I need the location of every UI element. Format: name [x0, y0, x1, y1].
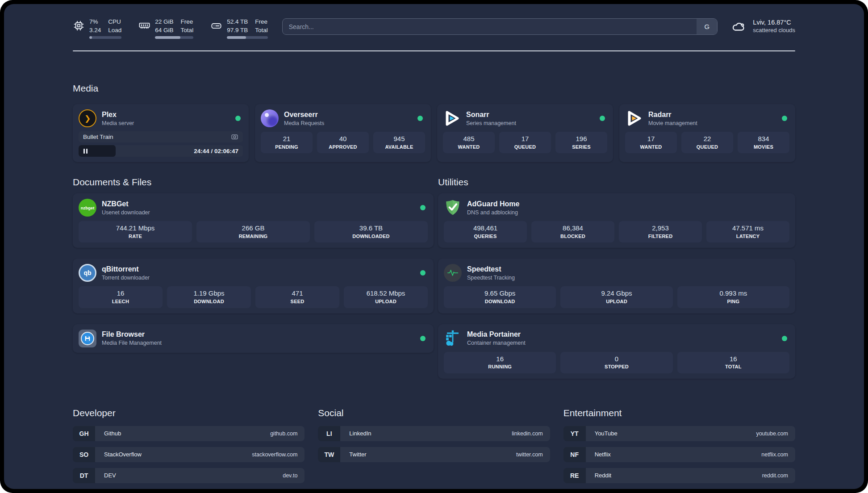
weather-widget: Lviv, 16.87°C scattered clouds — [730, 18, 795, 34]
stat-tiles: 498,461QUERIES86,384BLOCKED2,953FILTERED… — [444, 221, 789, 242]
stat-tiles: 9.65 GbpsDOWNLOAD9.24 GbpsUPLOAD0.993 ms… — [444, 286, 789, 308]
card-overseerr[interactable]: OverseerrMedia Requests21PENDING40APPROV… — [255, 104, 431, 162]
card-header: AdGuard HomeDNS and adblocking — [444, 199, 789, 217]
bookmark-url: dev.to — [283, 472, 297, 479]
stat-labels: FreeTotal — [255, 17, 268, 34]
stat-tile-download: 9.65 GbpsDOWNLOAD — [444, 286, 556, 308]
card-adguard[interactable]: AdGuard HomeDNS and adblocking498,461QUE… — [438, 193, 795, 248]
stat-label: PING — [679, 298, 788, 305]
stat-values: 7%3.24 — [89, 17, 101, 34]
service-title: AdGuard Home — [467, 200, 789, 209]
sonarr-icon — [443, 109, 461, 127]
bookmark-abbr: DT — [73, 468, 95, 483]
stat-tile-movies: 834MOVIES — [738, 132, 789, 153]
bookmark-section-entertainment: EntertainmentYTYouTubeyoutube.comNFNetfl… — [563, 407, 795, 483]
system-stats: 7%3.24CPULoad22 GiB64 GiBFreeTotal52.4 T… — [73, 17, 268, 39]
status-dot-online — [782, 116, 787, 121]
service-subtitle: Movie management — [648, 120, 776, 127]
bookmark-youtube[interactable]: YTYouTubeyoutube.com — [563, 426, 795, 441]
weather-text: Lviv, 16.87°C scattered clouds — [753, 18, 795, 34]
section-title-utilities: Utilities — [438, 176, 795, 188]
cpu-icon — [73, 20, 85, 32]
stat-value: 744.21 Mbps — [80, 224, 190, 233]
bookmark-name: DEV — [104, 472, 116, 479]
card-speedtest[interactable]: SpeedtestSpeedtest Tracking9.65 GbpsDOWN… — [438, 259, 795, 313]
overseerr-icon — [261, 109, 279, 127]
bookmark-twitter[interactable]: TWTwittertwitter.com — [318, 447, 550, 462]
radarr-icon — [625, 109, 643, 127]
bookmark-abbr: YT — [563, 426, 586, 441]
bookmark-section-social: SocialLILinkedInlinkedin.comTWTwittertwi… — [318, 407, 550, 483]
stat-label: DOWNLOAD — [169, 298, 249, 305]
bookmark-url: github.com — [270, 430, 297, 437]
card-plex[interactable]: ❯PlexMedia serverBullet Train24:44 / 02:… — [73, 104, 249, 162]
stat-value: 47.571 ms — [708, 224, 788, 233]
pause-icon[interactable] — [83, 149, 85, 154]
status-dot-online — [420, 270, 426, 276]
status-dot-online — [782, 336, 787, 341]
nzbget-icon: nzbget — [79, 199, 96, 217]
section-title-developer: Developer — [73, 407, 305, 419]
stat-value: 40 — [319, 134, 367, 143]
card-header: OverseerrMedia Requests — [261, 109, 425, 127]
stat-value: 16 — [80, 289, 161, 298]
service-title: Sonarr — [466, 110, 594, 120]
qbittorrent-icon: qb — [79, 264, 96, 282]
service-subtitle: Media File Management — [102, 339, 415, 347]
card-header: SonarrSeries management — [443, 109, 607, 127]
bookmark-name: StackOverflow — [104, 451, 142, 458]
search-input[interactable] — [283, 19, 697, 34]
filebrowser-icon — [79, 330, 96, 347]
media-cards: ❯PlexMedia serverBullet Train24:44 / 02:… — [73, 104, 795, 162]
bookmark-reddit[interactable]: RERedditreddit.com — [563, 468, 795, 483]
card-portainer[interactable]: Media PortainerContainer management16RUN… — [438, 324, 795, 379]
card-radarr[interactable]: RadarrMovie management17WANTED22QUEUED83… — [619, 104, 795, 162]
service-title: qBittorrent — [102, 265, 415, 274]
bookmark-abbr: SO — [73, 447, 95, 462]
bookmark-stackoverflow[interactable]: SOStackOverflowstackoverflow.com — [73, 447, 305, 462]
window-frame: 7%3.24CPULoad22 GiB64 GiBFreeTotal52.4 T… — [0, 0, 868, 493]
disk-icon — [210, 20, 222, 32]
card-nzbget[interactable]: nzbgetNZBGetUsenet downloader744.21 Mbps… — [73, 193, 434, 248]
weather-condition: scattered clouds — [753, 27, 795, 34]
playback-progress-bar[interactable]: 24:44 / 02:06:47 — [79, 145, 243, 157]
stat-value: 485 — [445, 134, 493, 143]
card-header: Media PortainerContainer management — [444, 330, 789, 347]
bookmark-github[interactable]: GHGithubgithub.com — [73, 426, 305, 441]
status-dot-online — [235, 116, 241, 121]
bookmark-abbr: NF — [563, 447, 586, 462]
bookmark-url: reddit.com — [762, 472, 788, 479]
stat-label: PENDING — [263, 144, 311, 150]
stat-progress-fill — [155, 36, 180, 39]
bookmark-url: twitter.com — [516, 451, 543, 458]
adguard-icon — [444, 199, 462, 217]
stat-label: FILTERED — [621, 233, 700, 240]
stat-progress-fill — [227, 36, 246, 39]
stat-value: 945 — [375, 134, 423, 143]
search-engine-button[interactable]: G — [697, 19, 717, 34]
card-filebrowser[interactable]: File BrowserMedia File Management — [73, 324, 434, 353]
card-header: nzbgetNZBGetUsenet downloader — [79, 199, 428, 217]
bookmark-linkedin[interactable]: LILinkedInlinkedin.com — [318, 426, 550, 441]
stat-tiles: 744.21 MbpsRATE266 GBREMAINING39.6 TBDOW… — [79, 221, 428, 242]
stat-value: 22 — [683, 134, 731, 143]
stat-label: WANTED — [445, 144, 493, 150]
stat-label: AVAILABLE — [375, 144, 423, 150]
cloud-icon — [730, 19, 747, 34]
stat-value: 16 — [446, 355, 554, 363]
bookmark-netflix[interactable]: NFNetflixnetflix.com — [563, 447, 795, 462]
stat-tile-wanted: 17WANTED — [625, 132, 677, 153]
card-qbittorrent[interactable]: qbqBittorrentTorrent downloader16LEECH1.… — [73, 259, 434, 313]
bookmark-name: LinkedIn — [349, 430, 371, 437]
documents-column: Documents & Files nzbgetNZBGetUsenet dow… — [73, 176, 434, 378]
card-sonarr[interactable]: SonarrSeries management485WANTED17QUEUED… — [437, 104, 613, 162]
stat-tiles: 17WANTED22QUEUED834MOVIES — [625, 132, 789, 153]
bookmark-url: netflix.com — [761, 451, 788, 458]
top-bar: 7%3.24CPULoad22 GiB64 GiBFreeTotal52.4 T… — [73, 4, 795, 39]
stat-tile-blocked: 86,384BLOCKED — [531, 221, 614, 242]
bookmark-dev[interactable]: DTDEVdev.to — [73, 468, 305, 483]
stat-values: 22 GiB64 GiB — [155, 17, 173, 34]
stat-tile-upload: 618.52 MbpsUPLOAD — [344, 286, 428, 308]
section-title-documents: Documents & Files — [73, 176, 434, 188]
bookmark-url: youtube.com — [756, 430, 788, 437]
